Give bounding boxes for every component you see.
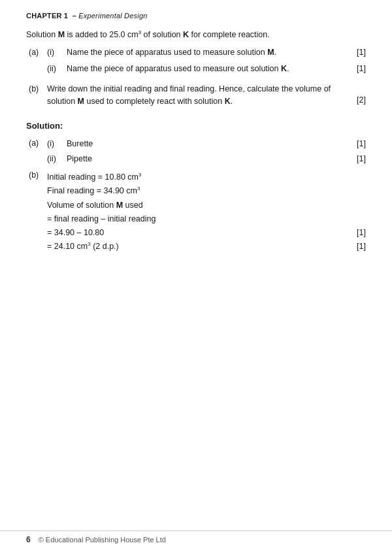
chapter-subtitle: Experimental Design xyxy=(78,12,147,20)
question-part-a: (a) (i) Name the piece of apparatus used… xyxy=(29,46,366,80)
part-aii-label: (ii) xyxy=(47,63,67,76)
solution-part-b: (b) Initial reading = 10.80 cm3 Final re… xyxy=(29,171,366,254)
sol-b-line-2-mark xyxy=(348,184,366,198)
solution-section: Solution: (a) (i) Burette [1] (ii) Pipet… xyxy=(26,121,366,254)
chapter-header: CHAPTER 1 – Experimental Design xyxy=(26,12,366,20)
sol-b-line-3-mark xyxy=(348,199,366,212)
question-intro: Solution M is added to 25.0 cm3 of solut… xyxy=(26,29,366,41)
question-part-a-i: (i) Name the piece of apparatus used to … xyxy=(47,46,366,60)
sol-aii-label: (ii) xyxy=(47,152,67,165)
part-ai-mark: [1] xyxy=(348,46,366,59)
part-ai-label: (i) xyxy=(47,46,67,60)
question-part-a-ii: (ii) Name the piece of apparatus used to… xyxy=(47,63,366,76)
sol-b-line-6-mark: [1] xyxy=(348,240,366,253)
solution-parts: (a) (i) Burette [1] (ii) Pipette [1] xyxy=(26,137,366,254)
sol-b-line-6: = 24.10 cm3 (2 d.p.) [1] xyxy=(47,240,366,253)
sol-b-line-1-mark xyxy=(348,171,366,184)
solution-a-ii: (ii) Pipette [1] xyxy=(47,152,366,165)
solution-title: Solution: xyxy=(26,121,366,131)
part-aii-mark: [1] xyxy=(348,63,366,75)
solution-part-a: (a) (i) Burette [1] (ii) Pipette [1] xyxy=(29,137,366,167)
sol-a-label: (a) xyxy=(29,137,47,167)
part-b-label: (b) xyxy=(29,83,47,108)
sol-b-line-5: = 34.90 – 10.80 [1] xyxy=(47,226,366,240)
sol-b-line-1-text: Initial reading = 10.80 cm3 xyxy=(47,171,348,184)
sol-aii-mark: [1] xyxy=(348,152,366,165)
part-a-label: (a) xyxy=(29,46,47,80)
sol-b-line-5-text: = 34.90 – 10.80 xyxy=(47,226,348,240)
part-ai-text: Name the piece of apparatus used to meas… xyxy=(67,46,348,60)
sol-b-line-6-text: = 24.10 cm3 (2 d.p.) xyxy=(47,240,348,253)
sol-b-line-1: Initial reading = 10.80 cm3 xyxy=(47,171,366,184)
sol-ai-label: (i) xyxy=(47,137,67,150)
question-part-b: (b) Write down the initial reading and f… xyxy=(29,83,366,108)
sol-b-lines: Initial reading = 10.80 cm3 Final readin… xyxy=(47,171,366,254)
part-b-mark: [2] xyxy=(348,94,366,106)
sol-b-line-5-mark: [1] xyxy=(348,226,366,240)
sol-b-line-4: = final reading – initial reading xyxy=(47,212,366,226)
part-b-text: Write down the initial reading and final… xyxy=(47,83,348,108)
footer-page-number: 6 xyxy=(26,535,31,544)
sol-aii-answer: Pipette xyxy=(67,152,348,165)
sol-ai-mark: [1] xyxy=(348,137,366,150)
sol-b-line-3-text: Volume of solution M used xyxy=(47,199,348,212)
solution-a-i: (i) Burette [1] xyxy=(47,137,366,150)
sol-b-label: (b) xyxy=(29,171,47,254)
page-container: CHAPTER 1 – Experimental Design Solution… xyxy=(0,0,392,556)
question-parts: (a) (i) Name the piece of apparatus used… xyxy=(26,46,366,108)
chapter-label: CHAPTER 1 xyxy=(26,12,68,20)
sol-b-line-4-mark xyxy=(348,212,366,226)
footer-copyright: © Educational Publishing House Pte Ltd xyxy=(39,536,166,544)
sol-ai-answer: Burette xyxy=(67,137,348,150)
sol-b-line-4-text: = final reading – initial reading xyxy=(47,212,348,226)
sol-b-line-3: Volume of solution M used xyxy=(47,199,366,212)
sol-b-line-2: Final reading = 34.90 cm3 xyxy=(47,184,366,198)
part-aii-text: Name the piece of apparatus used to meas… xyxy=(67,63,348,76)
sol-b-line-2-text: Final reading = 34.90 cm3 xyxy=(47,184,348,198)
footer: 6 © Educational Publishing House Pte Ltd xyxy=(0,531,392,544)
